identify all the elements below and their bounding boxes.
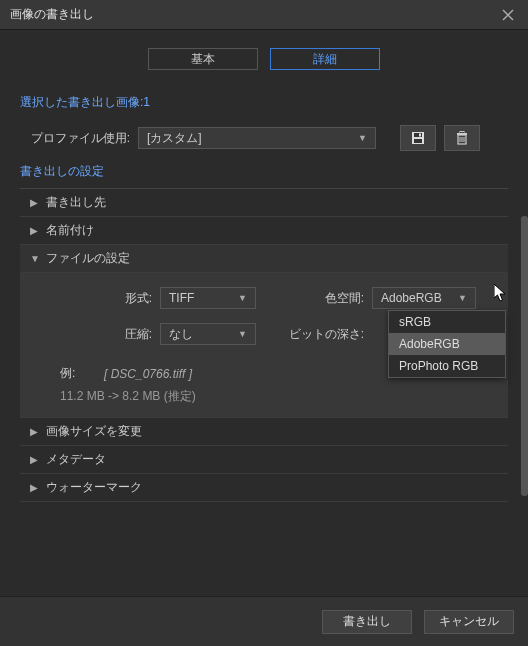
trash-icon (454, 130, 470, 146)
size-estimate: 11.2 MB -> 8.2 MB (推定) (60, 388, 498, 405)
tab-basic-label: 基本 (191, 51, 215, 68)
chevron-down-icon: ▼ (238, 293, 247, 303)
acc-metadata[interactable]: ▶メタデータ (20, 446, 508, 474)
tab-advanced[interactable]: 詳細 (270, 48, 380, 70)
dialog-title: 画像の書き出し (10, 6, 498, 23)
footer: 書き出し キャンセル (0, 596, 528, 646)
format-select[interactable]: TIFF ▼ (160, 287, 256, 309)
save-profile-button[interactable] (400, 125, 436, 151)
acc-metadata-label: メタデータ (46, 451, 106, 468)
chevron-right-icon: ▶ (30, 197, 42, 208)
export-button-label: 書き出し (343, 613, 391, 630)
acc-watermark[interactable]: ▶ウォーターマーク (20, 474, 508, 502)
svg-rect-2 (419, 134, 421, 137)
close-icon (502, 9, 514, 21)
scrollbar-thumb[interactable] (521, 216, 528, 496)
chevron-right-icon: ▶ (30, 482, 42, 493)
colorspace-dropdown-menu: sRGB AdobeRGB ProPhoto RGB (388, 310, 506, 378)
tab-basic[interactable]: 基本 (148, 48, 258, 70)
format-label: 形式: (30, 290, 160, 307)
example-value: [ DSC_0766.tiff ] (104, 367, 192, 381)
profile-row: プロファイル使用: [カスタム] ▼ (20, 125, 508, 151)
acc-destination[interactable]: ▶書き出し先 (20, 189, 508, 217)
tab-advanced-label: 詳細 (313, 51, 337, 68)
scrollbar-track[interactable] (521, 216, 528, 556)
colorspace-value: AdobeRGB (381, 291, 442, 305)
chevron-right-icon: ▶ (30, 454, 42, 465)
acc-resize[interactable]: ▶画像サイズを変更 (20, 418, 508, 446)
acc-file[interactable]: ▼ファイルの設定 (20, 245, 508, 273)
settings-title: 書き出しの設定 (20, 163, 508, 180)
option-adobergb-label: AdobeRGB (399, 337, 460, 351)
colorspace-option-prophoto[interactable]: ProPhoto RGB (389, 355, 505, 377)
profile-select[interactable]: [カスタム] ▼ (138, 127, 376, 149)
selection-header: 選択した書き出し画像:1 (20, 94, 508, 111)
delete-profile-button[interactable] (444, 125, 480, 151)
cancel-button-label: キャンセル (439, 613, 499, 630)
chevron-down-icon: ▼ (30, 253, 42, 264)
colorspace-select[interactable]: AdobeRGB ▼ (372, 287, 476, 309)
tab-bar: 基本 詳細 (20, 48, 508, 70)
chevron-down-icon: ▼ (238, 329, 247, 339)
acc-destination-label: 書き出し先 (46, 194, 106, 211)
close-button[interactable] (498, 5, 518, 25)
colorspace-option-adobergb[interactable]: AdobeRGB (389, 333, 505, 355)
compression-select[interactable]: なし ▼ (160, 323, 256, 345)
svg-rect-3 (414, 139, 422, 143)
bitdepth-label: ビットの深さ: (256, 326, 372, 343)
compression-value: なし (169, 326, 193, 343)
chevron-down-icon: ▼ (458, 293, 467, 303)
chevron-down-icon: ▼ (358, 133, 367, 143)
chevron-right-icon: ▶ (30, 426, 42, 437)
chevron-right-icon: ▶ (30, 225, 42, 236)
save-icon (410, 130, 426, 146)
acc-resize-label: 画像サイズを変更 (46, 423, 142, 440)
colorspace-option-srgb[interactable]: sRGB (389, 311, 505, 333)
profile-value: [カスタム] (147, 130, 202, 147)
example-label: 例: (60, 365, 104, 382)
compression-label: 圧縮: (30, 326, 160, 343)
acc-naming[interactable]: ▶名前付け (20, 217, 508, 245)
export-button[interactable]: 書き出し (322, 610, 412, 634)
titlebar: 画像の書き出し (0, 0, 528, 30)
option-prophoto-label: ProPhoto RGB (399, 359, 478, 373)
acc-watermark-label: ウォーターマーク (46, 479, 142, 496)
svg-rect-6 (460, 132, 464, 134)
acc-file-label: ファイルの設定 (46, 250, 130, 267)
cancel-button[interactable]: キャンセル (424, 610, 514, 634)
option-srgb-label: sRGB (399, 315, 431, 329)
colorspace-label: 色空間: (256, 290, 372, 307)
acc-naming-label: 名前付け (46, 222, 94, 239)
format-row: 形式: TIFF ▼ 色空間: AdobeRGB ▼ (30, 287, 498, 309)
profile-label: プロファイル使用: (20, 130, 138, 147)
format-value: TIFF (169, 291, 194, 305)
